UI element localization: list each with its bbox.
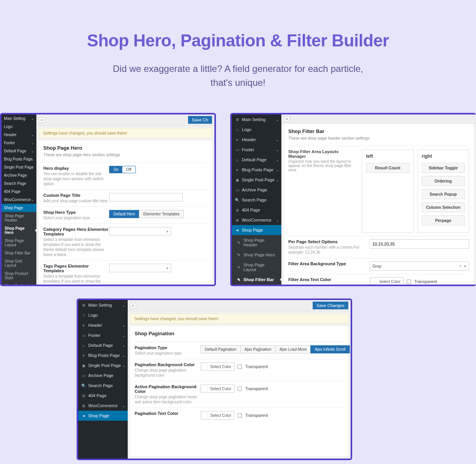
sidebar-item[interactable]: Blog Posts Page⌄ bbox=[2, 155, 36, 163]
color-swatch[interactable] bbox=[202, 363, 208, 370]
sidebar-item[interactable]: ⊕WooCommerce⌄ bbox=[232, 215, 281, 225]
sidebar-sub-item[interactable]: Shop Filter Bar bbox=[2, 249, 36, 257]
sidebar-sub-item[interactable]: ✎Shop Page Layout bbox=[232, 260, 281, 275]
hamburger-icon[interactable]: ≡ bbox=[130, 303, 136, 309]
menu-icon: ▭ bbox=[81, 374, 86, 378]
transparent-checkbox[interactable] bbox=[238, 387, 242, 391]
layout-chip[interactable]: Result Count bbox=[366, 163, 409, 173]
perpage-input[interactable] bbox=[370, 239, 469, 249]
field-label: Category Pages Hero Elementor Templates bbox=[43, 227, 109, 236]
chevron-down-icon: ⌄ bbox=[31, 157, 34, 161]
select-color-button[interactable]: Select Color bbox=[377, 279, 402, 285]
sidebar-item[interactable]: ▭Archive Page bbox=[78, 370, 128, 380]
sidebar-item[interactable]: ▭Footer⌄ bbox=[232, 145, 281, 155]
transparent-checkbox[interactable] bbox=[238, 365, 242, 369]
sidebar-sub-item[interactable]: Shop Page Header bbox=[2, 212, 36, 224]
hamburger-icon[interactable]: ≡ bbox=[284, 116, 290, 122]
sidebar-item[interactable]: Header⌄ bbox=[2, 131, 36, 139]
sidebar-sub-item[interactable]: Shop Page Layout bbox=[2, 237, 36, 249]
sidebar-item[interactable]: ⌂Default Page⌄ bbox=[78, 340, 128, 350]
color-swatch[interactable] bbox=[202, 386, 208, 392]
panel-content: ≡ Shop Filter Bar These are shop page he… bbox=[281, 114, 476, 285]
settings-body: Shop Page Hero These are shop page hero … bbox=[39, 140, 212, 285]
sidebar-item[interactable]: Logo bbox=[2, 123, 36, 131]
sidebar-item[interactable]: ⊘404 Page bbox=[232, 205, 281, 215]
sidebar-item[interactable]: ⊕WooCommerce⌄ bbox=[78, 401, 128, 411]
option-button[interactable]: Default Pagination bbox=[200, 345, 241, 353]
sidebar-item[interactable]: ◉Single Post Page⌄ bbox=[232, 175, 281, 185]
select-color-button[interactable]: Select Color bbox=[208, 413, 233, 418]
select-color-button[interactable]: Select Color bbox=[208, 364, 233, 370]
option-button[interactable]: Elementor Templates bbox=[139, 210, 184, 218]
option-button[interactable]: Ajax Pagination bbox=[240, 345, 276, 353]
chevron-down-icon: ⌄ bbox=[276, 158, 279, 162]
sidebar-item[interactable]: ≡Blog Posts Page⌄ bbox=[78, 350, 128, 360]
sidebar-item[interactable]: ≡Header⌄ bbox=[78, 320, 128, 330]
sidebar-sub-item[interactable]: ✎Shop Filter Bar bbox=[232, 275, 281, 285]
transparent-checkbox[interactable] bbox=[407, 280, 411, 284]
menu-icon: ▭ bbox=[81, 333, 86, 338]
option-button[interactable]: Default Hero bbox=[109, 210, 139, 218]
topbar: ≡ Save Changes bbox=[128, 300, 351, 311]
option-button[interactable]: Ajax Infinite Scroll bbox=[310, 345, 349, 353]
sidebar-item[interactable]: ≡Header⌄ bbox=[232, 135, 281, 145]
sidebar-sub-item[interactable]: ➜Shop Page bbox=[232, 225, 281, 235]
sidebar-item[interactable]: ▭Footer⌄ bbox=[78, 330, 128, 340]
sidebar-item[interactable]: ☆Logo bbox=[232, 125, 281, 135]
bg-type-select[interactable]: Gray× ▾ bbox=[370, 261, 469, 271]
template-select[interactable]: ▾ bbox=[109, 227, 171, 235]
sidebar-item[interactable]: Default Page⌄ bbox=[2, 147, 36, 155]
color-swatch[interactable] bbox=[371, 278, 377, 285]
field-label: Hero display bbox=[43, 166, 109, 171]
sidebar-item[interactable]: Single Post Page⌄ bbox=[2, 163, 36, 171]
sidebar-item[interactable]: Main Setting⌄ bbox=[2, 114, 36, 123]
sidebar-item[interactable]: 🔍Search Page bbox=[232, 195, 281, 205]
sidebar-item[interactable]: ⚙Main Setting⌄ bbox=[78, 300, 128, 310]
settings-body: Shop Pagination Pagination TypeSelect yo… bbox=[130, 326, 348, 456]
sidebar-item[interactable]: ◉Single Post Page⌄ bbox=[78, 360, 128, 370]
sidebar-item[interactable]: ➜Shop Page bbox=[78, 411, 128, 421]
menu-icon: ⚙ bbox=[81, 303, 86, 307]
toggle-switch[interactable]: OnOff bbox=[109, 166, 136, 173]
sidebar-item[interactable]: ⚙Main Setting⌄ bbox=[232, 114, 281, 125]
sidebar-item[interactable]: 404 Page bbox=[2, 188, 36, 196]
custom-title-input[interactable] bbox=[109, 193, 183, 201]
option-button[interactable]: Ajax Load More bbox=[275, 345, 311, 353]
layout-chip[interactable]: Column Selection bbox=[422, 202, 465, 212]
sidebar-sub-item[interactable]: Shop Page Hero bbox=[2, 224, 36, 237]
menu-icon: ⊘ bbox=[235, 208, 240, 212]
sidebar-sub-item[interactable]: ✎Shop Page Hero bbox=[232, 250, 281, 260]
layout-chip[interactable]: Ordering bbox=[422, 176, 465, 186]
sidebar-item[interactable]: ⊘404 Page bbox=[78, 391, 128, 401]
sidebar-item[interactable]: ≡Blog Posts Page⌄ bbox=[232, 165, 281, 175]
sidebar-item[interactable]: Footer⌄ bbox=[2, 139, 36, 147]
sidebar-item[interactable]: ⌂Default Page⌄ bbox=[232, 155, 281, 165]
layout-chip[interactable]: Sidebar Toggle bbox=[422, 163, 465, 173]
shop-hero-panel: Main Setting⌄LogoHeader⌄Footer⌄Default P… bbox=[0, 113, 216, 286]
sidebar-item[interactable]: ▭Archive Page bbox=[232, 185, 281, 195]
save-button[interactable]: Save Ch bbox=[188, 116, 212, 124]
menu-icon: ⊕ bbox=[81, 404, 86, 408]
sidebar-item[interactable]: Archive Page bbox=[2, 171, 36, 179]
sidebar-item[interactable]: ☆Logo bbox=[78, 310, 128, 320]
menu-icon: ✎ bbox=[236, 253, 241, 257]
chevron-down-icon: ⌄ bbox=[276, 118, 279, 122]
sidebar-item[interactable]: 🔍Search Page bbox=[78, 380, 128, 391]
template-select[interactable]: ▾ bbox=[109, 264, 171, 272]
select-color-button[interactable]: Select Color bbox=[208, 386, 233, 392]
color-picker: Select Color Transparent bbox=[200, 411, 268, 420]
layout-chip[interactable]: Search Popup bbox=[422, 189, 465, 199]
sidebar-sub-item[interactable]: Shop Product Style bbox=[2, 270, 36, 282]
color-swatch[interactable] bbox=[202, 412, 208, 418]
hamburger-icon[interactable]: ≡ bbox=[39, 117, 45, 123]
save-button[interactable]: Save Changes bbox=[313, 302, 348, 309]
layout-chip[interactable]: Perpage bbox=[422, 215, 465, 225]
color-picker: Select Color Transparent bbox=[200, 362, 268, 371]
transparent-checkbox[interactable] bbox=[238, 413, 242, 418]
sidebar-item[interactable]: Search Page bbox=[2, 179, 36, 188]
sidebar-sub-item[interactable]: Shop Page bbox=[2, 204, 36, 212]
sidebar-sub-item[interactable]: ✎Shop Page Header bbox=[232, 235, 281, 250]
sidebar-item[interactable]: WooCommerce⌄ bbox=[2, 196, 36, 204]
sidebar-sub-item[interactable]: Shop Pagination bbox=[2, 282, 36, 285]
sidebar-sub-item[interactable]: Shop Grid Layout bbox=[2, 257, 36, 270]
